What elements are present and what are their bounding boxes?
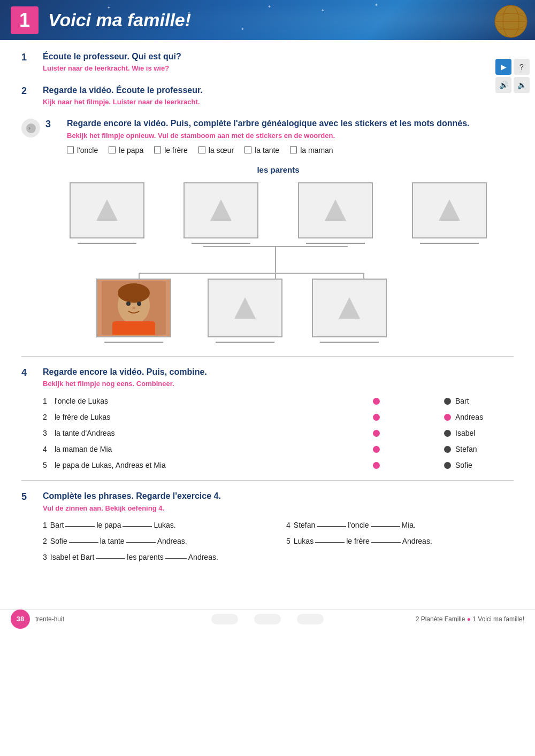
- match-item-2: 2 le frère de Lukas: [43, 413, 380, 421]
- ex3-subtitle: Bekijk het filmpje opnieuw. Vul de stamb…: [67, 131, 514, 141]
- svg-marker-10: [439, 199, 460, 221]
- blank-2a[interactable]: [69, 542, 98, 543]
- ex4-title: Regarde encore la vidéo. Puis, combine.: [43, 366, 514, 378]
- svg-rect-20: [112, 321, 155, 335]
- checkbox-maman[interactable]: [290, 146, 297, 153]
- matching-layout: 1 l'oncle de Lukas 2 le frère de Lukas 3…: [43, 397, 514, 469]
- svg-marker-24: [234, 297, 256, 319]
- child-box-2: [193, 279, 297, 343]
- sentence-3: 3 Isabel et Bart les parents Andreas.: [43, 553, 270, 561]
- blank-1a[interactable]: [65, 526, 95, 527]
- footer-separator: ●: [467, 615, 473, 623]
- word-tante: la tante: [244, 146, 279, 155]
- lukas-name-line: [104, 342, 163, 343]
- footer-decoration: [211, 614, 324, 624]
- ex3-number: 3: [45, 119, 62, 130]
- match-right-1: Bart: [444, 397, 514, 405]
- matching-right: Bart Andreas Isabel Stefan: [444, 397, 514, 469]
- blank-3a[interactable]: [96, 558, 125, 559]
- play-icon[interactable]: ▶: [495, 59, 511, 75]
- family-tree: les parents: [43, 165, 514, 343]
- parent-box-3: [287, 182, 384, 244]
- ex4-subtitle: Bekijk het filmpje nog eens. Combineer.: [43, 379, 514, 389]
- checkbox-papa[interactable]: [109, 146, 116, 153]
- checkbox-frere[interactable]: [154, 146, 161, 153]
- ex1-number: 1: [21, 52, 37, 63]
- svg-point-19: [118, 283, 150, 303]
- dot-right-3: [444, 430, 451, 437]
- sticker-icon: [21, 119, 40, 137]
- exercise-1: 1 Écoute le professeur. Qui est qui? Lui…: [21, 51, 514, 74]
- question-icon[interactable]: ?: [514, 59, 530, 75]
- blank-5b[interactable]: [371, 542, 401, 543]
- dot-right-4: [444, 446, 451, 453]
- svg-marker-8: [210, 199, 232, 221]
- ex5-title: Complète les phrases. Regarde l'exercice…: [43, 490, 514, 502]
- star-decoration: ✦: [241, 27, 244, 32]
- tree-connector-svg: [59, 244, 498, 279]
- star-decoration: ✦: [268, 4, 271, 9]
- blank-4a[interactable]: [317, 526, 346, 527]
- word-list: l'oncle le papa le frère la sœur la tant…: [67, 146, 514, 155]
- exercise-3: 3 Regarde encore la vidéo. Puis, complèt…: [21, 118, 514, 155]
- checkbox-soeur[interactable]: [198, 146, 205, 153]
- word-frere: le frère: [154, 146, 188, 155]
- word-soeur: la sœur: [198, 146, 234, 155]
- volume-up-icon[interactable]: 🔊: [495, 77, 511, 93]
- name-line-4: [420, 243, 479, 244]
- dot-left-3: [373, 430, 380, 437]
- match-item-3: 3 la tante d'Andreas: [43, 429, 380, 437]
- name-line-1: [78, 243, 136, 244]
- svg-point-23: [132, 307, 135, 309]
- ex3-title: Regarde encore la vidéo. Puis, complète …: [67, 118, 514, 129]
- match-item-1: 1 l'oncle de Lukas: [43, 397, 380, 405]
- photo-placeholder-1: [70, 182, 144, 238]
- globe-icon: [492, 3, 530, 40]
- checkbox-tante[interactable]: [244, 146, 251, 153]
- sentence-2: 2 Sofie la tante Andreas.: [43, 537, 270, 545]
- parent-box-2: [173, 182, 269, 244]
- child-placeholder-3: [312, 279, 387, 337]
- ex1-subtitle: Luister naar de leerkracht. Wie is wie?: [43, 64, 514, 73]
- page-header: ✦ ✦ ✦ ✦ ✦ ✦ 1 Voici ma famille!: [0, 0, 535, 40]
- dot-right-1: [444, 398, 451, 405]
- matching-left: 1 l'oncle de Lukas 2 le frère de Lukas 3…: [43, 397, 380, 469]
- child-placeholder-2: [208, 279, 282, 337]
- main-content: 1 Écoute le professeur. Qui est qui? Lui…: [0, 40, 535, 588]
- blank-2b[interactable]: [126, 542, 156, 543]
- divider-1: [21, 356, 514, 357]
- sentence-1: 1 Bart le papa Lukas.: [43, 521, 270, 529]
- blank-4b[interactable]: [371, 526, 400, 527]
- matching-spacer: [380, 397, 444, 469]
- star-decoration: ✦: [321, 8, 325, 13]
- blank-1b[interactable]: [123, 526, 152, 527]
- blank-5a[interactable]: [315, 542, 345, 543]
- photo-placeholder-2: [184, 182, 258, 238]
- ex1-content: Écoute le professeur. Qui est qui? Luist…: [43, 51, 514, 74]
- ex2-content: Regarde la vidéo. Écoute le professeur. …: [43, 84, 514, 107]
- name-line-3: [306, 243, 365, 244]
- page-text: trente-huit: [35, 615, 64, 623]
- ex1-title: Écoute le professeur. Qui est qui?: [43, 51, 514, 63]
- exercise-2: 2 Regarde la vidéo. Écoute le professeur…: [21, 84, 514, 107]
- child-box-lukas: [75, 279, 193, 343]
- footer-chapter: 1 Voici ma famille!: [472, 615, 524, 623]
- checkbox-oncle[interactable]: [67, 146, 74, 153]
- svg-point-22: [137, 302, 141, 306]
- exercise-4: 4 Regarde encore la vidéo. Puis, combine…: [21, 366, 514, 470]
- chapter-number: 1: [11, 6, 39, 34]
- lukas-photo: [96, 279, 171, 337]
- child-name-line-2: [216, 342, 274, 343]
- dot-left-1: [373, 398, 380, 405]
- volume-down-icon[interactable]: 🔉: [514, 77, 530, 93]
- sentence-5: 5 Lukas le frère Andreas.: [286, 537, 514, 545]
- match-right-5: Sofie: [444, 461, 514, 469]
- dot-left-5: [373, 462, 380, 469]
- word-maman: la maman: [290, 146, 333, 155]
- blank-3b[interactable]: [165, 558, 187, 559]
- tree-title: les parents: [43, 165, 514, 174]
- svg-point-21: [126, 302, 131, 306]
- footer-right: 2 Planète Famille ● 1 Voici ma famille!: [416, 615, 524, 623]
- match-item-4: 4 la maman de Mia: [43, 445, 380, 453]
- match-right-2: Andreas: [444, 413, 514, 421]
